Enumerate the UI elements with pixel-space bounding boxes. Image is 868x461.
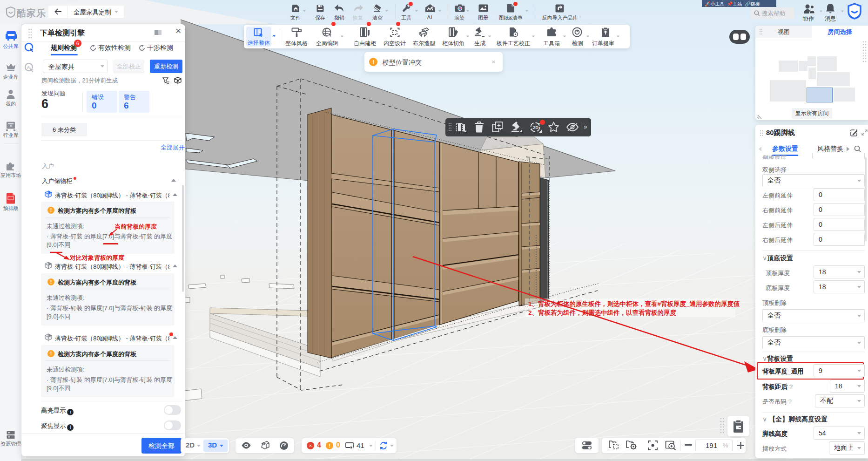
svg-text:1、背板为柜体的原生板件，则选中柜体，查看#背板厚度_通用参: 1、背板为柜体的原生板件，则选中柜体，查看#背板厚度_通用参数的厚度值 — [528, 300, 740, 307]
svg-text:2、背板若为组件，则需选中组件，以查看背板的厚度: 2、背板若为组件，则需选中组件，以查看背板的厚度 — [528, 309, 677, 316]
svg-text:2D: 2D — [533, 125, 538, 130]
